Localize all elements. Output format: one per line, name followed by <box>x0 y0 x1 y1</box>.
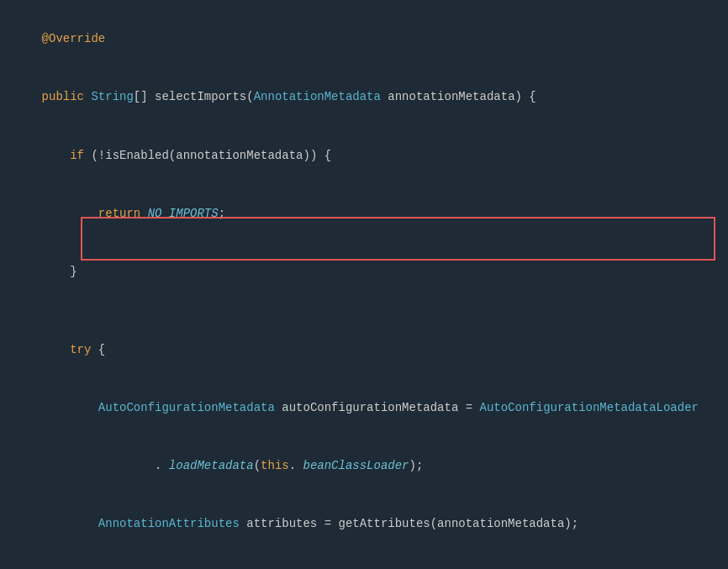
code-line-6 <box>13 301 715 320</box>
code-line-3: if (!isEnabled(annotationMetadata)) { <box>13 127 715 185</box>
code-editor: @Override public String[] selectImports(… <box>0 0 728 569</box>
code-line-2: public String[] selectImports(Annotation… <box>13 68 715 126</box>
code-line-4: return NO_IMPORTS; <box>13 185 715 243</box>
code-line-5: } <box>13 243 715 301</box>
code-line-1: @Override <box>13 10 715 68</box>
code-line-7: try { <box>13 321 715 379</box>
code-line-8: AutoConfigurationMetadata autoConfigurat… <box>13 379 715 437</box>
code-line-11: List<String> configurations = getCandida… <box>13 554 715 569</box>
code-line-9: . loadMetadata(this. beanClassLoader); <box>13 437 715 495</box>
code-line-10: AnnotationAttributes attributes = getAtt… <box>13 495 715 553</box>
